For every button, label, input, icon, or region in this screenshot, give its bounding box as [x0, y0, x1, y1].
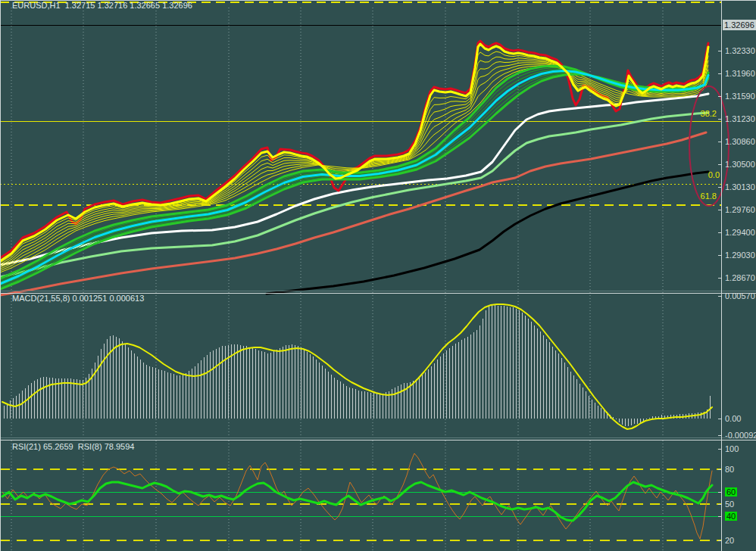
rsi-axis-label: 80	[725, 465, 734, 474]
macd-axis-label: -0.00092	[725, 431, 756, 440]
rsi-axis-label: 50	[725, 500, 734, 509]
main-axis-label: 1.29400	[725, 228, 755, 237]
ma-palegreen[interactable]	[0, 113, 708, 277]
main-axis-label: 1.31230	[725, 114, 755, 123]
main-axis-label: 1.30500	[725, 160, 755, 169]
main-axis-label: 1.28670	[725, 273, 755, 282]
yellow-fast[interactable]	[0, 44, 708, 261]
main-axis-label: 1.32330	[725, 46, 755, 55]
chart-canvas[interactable]	[0, 0, 756, 551]
rsi-21[interactable]	[2, 482, 712, 521]
main-axis-label: 1.29030	[725, 251, 755, 260]
rsi-axis-label: 20	[725, 536, 734, 545]
main-axis-label: 1.31960	[725, 69, 755, 78]
main-axis-label: 1.30860	[725, 137, 755, 146]
chart-window: EURUSD,H1 1.32715 1.32716 1.32665 1.3269…	[0, 0, 756, 551]
macd-axis-label: 0.00570	[725, 291, 755, 300]
rsi-axis-label: 40	[725, 512, 737, 521]
rsi-axis-label: 60	[725, 487, 737, 497]
fib-level-label: 0.0	[698, 170, 720, 179]
current-price-tag: 1.32696	[723, 20, 756, 30]
rsi-indicator-label: RSI(21) 65.2659 RSI(8) 78.9594	[12, 442, 134, 451]
macd-signal-line[interactable]	[2, 304, 712, 429]
fib-level-label: 38.2	[695, 109, 717, 118]
rsi-8[interactable]	[2, 453, 712, 539]
main-axis-label: 1.29760	[725, 205, 755, 214]
trend-ellipse[interactable]	[689, 86, 729, 206]
macd-axis-label: 0.00	[725, 414, 741, 423]
macd-indicator-label: MACD(21,55,8) 0.001251 0.000613	[12, 294, 144, 303]
main-axis-label: 1.30130	[725, 182, 755, 191]
chart-title-ohlc: EURUSD,H1 1.32715 1.32716 1.32665 1.3269…	[12, 1, 192, 10]
fib-level-label: 61.8	[695, 191, 717, 201]
green-fan[interactable]	[0, 68, 708, 281]
rsi-axis-label: 100	[725, 444, 739, 453]
main-axis-label: 1.31590	[725, 92, 755, 101]
yellow-fan[interactable]	[0, 63, 708, 268]
